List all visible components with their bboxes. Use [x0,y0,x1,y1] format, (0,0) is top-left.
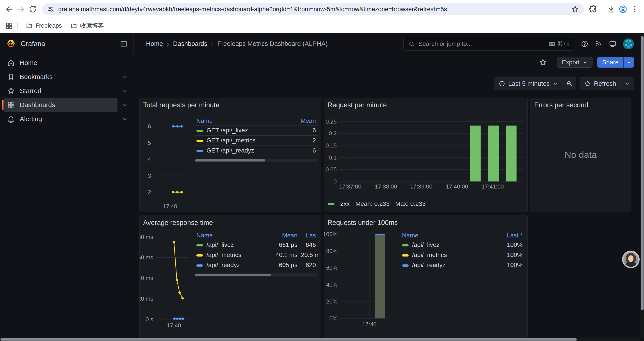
chevron-down-icon[interactable] [122,88,128,94]
legend-col-header[interactable]: Last * [494,231,524,240]
chevron-down-icon[interactable] [122,74,128,80]
bookmark-star-icon[interactable] [571,5,579,13]
zoom-out-time-button[interactable] [563,78,576,90]
y-axis-tick: 6 [148,123,151,130]
dock-sidebar-icon[interactable] [120,40,128,48]
screen-kiosk-icon[interactable] [609,40,616,48]
legend-value: 20.5 m [299,250,318,260]
downloads-icon[interactable] [607,5,616,14]
breadcrumb-separator: › [167,40,169,48]
legend-series-name[interactable]: GET /api/_readyz [195,146,285,156]
home-icon [7,59,15,67]
sidebar-item-starred[interactable]: Starred [4,84,118,98]
legend-series-name[interactable]: GET /api/_metrics [195,135,285,146]
sidebar-item-home[interactable]: Home [4,56,118,70]
apps-grid-icon[interactable] [5,22,13,30]
site-info-icon[interactable] [47,6,54,13]
browser-profile-icon[interactable] [618,5,627,14]
breadcrumb-dashboards[interactable]: Dashboards [173,40,207,47]
refresh-button[interactable]: Refresh [580,78,620,90]
series-swatch-icon [196,150,203,152]
reload-icon[interactable] [28,5,37,14]
time-range-picker[interactable]: Last 5 minutes [494,78,563,90]
chevron-down-icon[interactable] [122,116,128,122]
y-axis-tick: 40% [326,281,338,288]
legend-value: 661 µs [264,240,299,250]
bookmarks-divider [17,22,18,30]
dashboard-main: Export Share Last 5 minutes [134,55,644,341]
legend-series-name[interactable]: /api/_readyz [400,260,494,270]
legend-series-name[interactable]: /api/_metrics [195,250,264,260]
legend-row: GET /api/_metrics2 [195,135,318,146]
x-axis-tick: 17:40 [163,203,177,210]
legend-series-name[interactable]: /api/_livez [195,240,264,250]
chevron-down-icon[interactable] [122,102,128,108]
extensions-icon[interactable] [589,5,598,14]
breadcrumb-home[interactable]: Home [146,40,163,47]
forward-icon[interactable] [17,5,26,14]
panel-title[interactable]: Requests under 100ms [328,219,398,227]
favorite-star-icon[interactable] [539,58,547,67]
sidebar-item-label: Alerting [20,115,115,123]
panel-title[interactable]: Request per minute [328,101,387,109]
legend-series-name[interactable]: GET /api/_livez [195,125,285,135]
legend-series-name[interactable]: /api/_metrics [400,250,494,260]
panel-request-per-minute: Request per minute 0.250.20.150.10.05017… [324,98,528,212]
legend-scrollbar[interactable] [195,159,318,162]
legend-row: /api/_readyz100% [400,260,524,270]
address-bar[interactable]: grafana.mathmast.com/d/deytv4rwavabkb/fr… [42,3,584,15]
bookmark-folder[interactable]: Freeleaps [22,21,65,31]
no-data-message: No data [531,98,631,212]
series-swatch-icon [328,203,334,205]
y-axis-tick: 0.05 [326,166,337,173]
y-axis-tick: 2 [148,189,151,195]
share-menu-caret[interactable] [624,57,634,68]
x-axis-tick: 17:40 [362,321,376,328]
legend-col-header[interactable]: Name [400,231,494,240]
assistant-avatar[interactable] [622,251,640,268]
sidebar-item-label: Bookmarks [20,73,115,81]
legend-col-header[interactable]: Name [195,117,285,125]
legend-col-header[interactable]: Las [299,231,318,240]
chevron-down-icon [582,60,588,65]
news-rss-icon[interactable] [595,40,602,48]
panel-requests-under-100ms: Requests under 100ms 100%80%60%40%20%0%1… [324,215,528,341]
legend-scrollbar[interactable] [195,273,318,276]
actions-divider [552,59,552,66]
search-input[interactable]: Search or jump to... ⌘+k [403,37,574,51]
series-swatch-icon [402,254,408,256]
requests-under-100ms-chart[interactable]: 100%80%60%40%20%0%17:40 [326,231,388,327]
legend-col-header[interactable]: Name [195,231,264,240]
legend-col-header[interactable]: Mean [264,231,299,240]
legend-col-header[interactable]: Mean [285,117,318,125]
vertical-scrollbar[interactable] [640,33,644,338]
horizontal-scrollbar[interactable] [0,338,640,341]
request-per-minute-chart[interactable]: 0.250.20.150.10.05017:37:0017:38:0017:39… [326,120,524,189]
total-requests-chart[interactable]: 6543217:40 [142,117,190,210]
bookmark-folder[interactable]: 收藏博客 [67,21,108,31]
grafana-logo-icon[interactable] [6,39,16,49]
legend-series-name[interactable]: 2xx [340,200,350,207]
panel-title[interactable]: Average response time [143,219,213,227]
panel-total-requests-per-minute: Total requests per minute 6543217:40 Nam… [140,98,321,212]
series-swatch-icon [196,130,203,132]
refresh-interval-caret[interactable] [620,78,634,90]
share-button[interactable]: Share [597,57,634,68]
browser-menu-icon[interactable] [630,5,639,14]
help-icon[interactable] [581,40,588,48]
panel-title[interactable]: Total requests per minute [143,101,220,109]
sidebar-item-bookmarks[interactable]: Bookmarks [4,70,118,84]
grafana-app: Grafana Home › Dashboards › Freeleaps Me… [0,33,644,341]
sidebar-item-label: Starred [20,87,115,95]
url-text[interactable]: grafana.mathmast.com/d/deytv4rwavabkb/fr… [58,6,571,13]
sidebar-item-dashboards[interactable]: Dashboards [4,98,118,112]
zoom-out-icon [566,80,573,87]
avg-response-time-chart[interactable]: 80 ms60 ms40 ms20 ms0 s17:40 [142,231,190,329]
export-button[interactable]: Export [557,57,592,68]
user-avatar[interactable] [623,38,634,49]
legend-series-name[interactable]: /api/_livez [400,240,494,250]
sidebar-item-alerting[interactable]: Alerting [4,112,118,126]
legend-table: NameMeanGET /api/_livez6GET /api/_metric… [195,117,318,156]
legend-series-name[interactable]: /api/_readyz [195,260,264,270]
back-icon[interactable] [5,5,14,14]
